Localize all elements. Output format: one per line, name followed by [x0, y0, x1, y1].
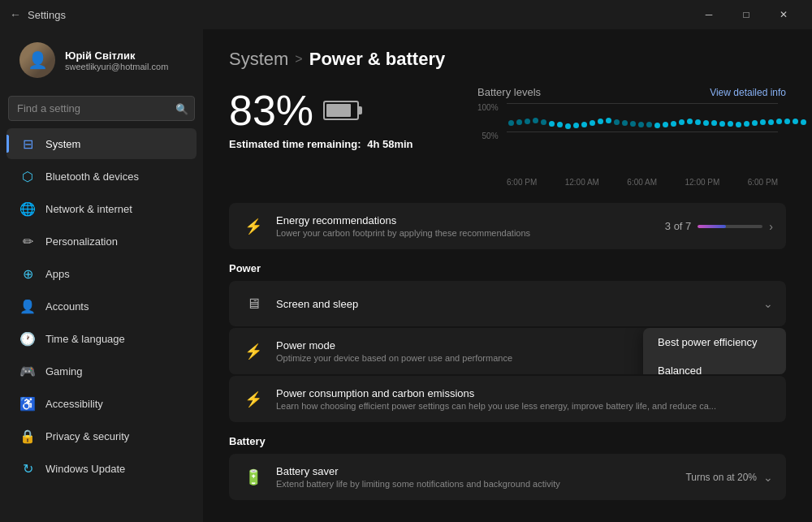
battery-saver-text: Battery saver Extend battery life by lim… [276, 465, 674, 489]
chart-y-top: 100% [477, 103, 499, 112]
chart-dot [793, 119, 798, 124]
chart-dot [719, 121, 725, 127]
sidebar-item-label: Network & internet [45, 203, 132, 215]
chart-dot [671, 121, 676, 127]
chart-dot [516, 119, 522, 125]
chart-dot [565, 123, 571, 129]
battery-fill [326, 104, 351, 117]
chart-dot [598, 119, 603, 124]
chart-dot [744, 121, 749, 127]
chart-y-labels: 100% 50% [477, 103, 499, 160]
avatar: 👤 [19, 42, 55, 78]
sidebar: 👤 Юрій Світлик sweetlikyuri@hotmail.com … [0, 29, 203, 522]
view-detailed-link[interactable]: View detailed info [710, 87, 786, 98]
chart-y-mid: 50% [477, 132, 499, 140]
battery-saver-card: 🔋 Battery saver Extend battery life by l… [229, 454, 786, 500]
chart-dot [784, 119, 790, 124]
chevron-right-icon: › [769, 220, 773, 233]
energy-recommendations-card: ⚡ Energy recommendations Lower your carb… [229, 203, 786, 249]
power-mode-card: ⚡ Power mode Optimize your device based … [229, 328, 786, 374]
back-icon[interactable]: ← [10, 8, 21, 21]
system-icon: ⊟ [19, 136, 36, 152]
sidebar-item-bluetooth[interactable]: ⬡ Bluetooth & devices [6, 161, 197, 192]
chart-x-label: 12:00 PM [685, 178, 719, 187]
chart-x-label: 6:00 PM [748, 178, 778, 187]
bluetooth-icon: ⬡ [19, 168, 36, 184]
power-mode-icon: ⚡ [242, 340, 265, 363]
window-controls: ─ □ ✕ [690, 0, 802, 29]
power-section-label: Power [229, 262, 786, 274]
minimize-button[interactable]: ─ [690, 0, 728, 29]
battery-percentage-display: 83% [229, 86, 413, 135]
sidebar-item-label: Time & language [45, 333, 125, 345]
consumption-icon: ⚡ [242, 388, 265, 411]
sidebar-item-privacy[interactable]: 🔒 Privacy & security [6, 421, 197, 451]
chart-dot [508, 120, 514, 126]
chart-dot [768, 119, 774, 125]
power-mode-dropdown[interactable]: Best power efficiency Balanced Best perf… [643, 328, 786, 374]
sidebar-item-label: System [45, 138, 80, 150]
sidebar-item-label: Privacy & security [45, 430, 129, 442]
sidebar-item-gaming[interactable]: 🎮 Gaming [6, 356, 197, 386]
chart-x-label: 6:00 PM [507, 178, 537, 187]
power-mode-row[interactable]: ⚡ Power mode Optimize your device based … [229, 328, 786, 374]
chart-dot [711, 120, 717, 126]
sidebar-item-update[interactable]: ↻ Windows Update [6, 453, 197, 484]
energy-bar-fill [698, 225, 725, 228]
sidebar-item-label: Gaming [45, 365, 83, 377]
breadcrumb-separator: > [295, 52, 302, 67]
chart-x-label: 12:00 AM [565, 178, 599, 187]
accounts-icon: 👤 [19, 298, 36, 314]
screen-sleep-row[interactable]: 🖥 Screen and sleep ⌄ [229, 281, 786, 326]
chart-dot [638, 122, 644, 127]
chart-dot [760, 119, 766, 125]
sidebar-item-personalization[interactable]: ✏ Personalization [6, 226, 197, 257]
battery-saver-row[interactable]: 🔋 Battery saver Extend battery life by l… [229, 454, 786, 500]
chart-dot [801, 119, 806, 125]
power-cards-container: 🖥 Screen and sleep ⌄ ⚡ Power mode Optimi… [229, 281, 786, 422]
energy-right: 3 of 7 › [665, 220, 773, 233]
sidebar-item-accessibility[interactable]: ♿ Accessibility [6, 388, 197, 419]
sidebar-item-time[interactable]: 🕐 Time & language [6, 323, 197, 354]
sidebar-item-network[interactable]: 🌐 Network & internet [6, 193, 197, 224]
screen-sleep-card: 🖥 Screen and sleep ⌄ [229, 281, 786, 326]
sidebar-item-label: Accessibility [45, 398, 103, 410]
chart-dot [695, 119, 701, 125]
battery-levels-label: Battery levels [477, 86, 541, 98]
chart-dot [549, 121, 555, 127]
sidebar-item-apps[interactable]: ⊕ Apps [6, 258, 197, 289]
estimated-label: Estimated time remaining: [229, 138, 361, 150]
chart-dot [525, 119, 530, 124]
network-icon: 🌐 [19, 201, 36, 217]
battery-saver-right: Turns on at 20% ⌄ [685, 471, 773, 484]
battery-saver-chevron[interactable]: ⌄ [763, 471, 773, 484]
energy-icon: ⚡ [242, 215, 265, 238]
battery-icon [323, 101, 359, 120]
chevron-down-icon[interactable]: ⌄ [763, 297, 773, 310]
breadcrumb-current: Power & battery [309, 49, 446, 70]
search-icon: 🔍 [175, 102, 188, 114]
battery-saver-status: Turns on at 20% [685, 472, 757, 483]
battery-status: 83% Estimated time remaining: 4h 58min [229, 86, 413, 150]
chart-dot [728, 121, 733, 127]
chart-dot [606, 118, 611, 123]
close-button[interactable]: ✕ [765, 0, 802, 29]
chart-dot [736, 122, 741, 127]
dropdown-item-efficiency[interactable]: Best power efficiency [643, 328, 786, 356]
sidebar-item-system[interactable]: ⊟ System [6, 128, 197, 159]
privacy-icon: 🔒 [19, 428, 36, 444]
main-content: System > Power & battery 83% Estimated t… [203, 29, 812, 522]
app-title: Settings [28, 9, 66, 21]
energy-recommendations-row[interactable]: ⚡ Energy recommendations Lower your carb… [229, 203, 786, 249]
search-input[interactable] [8, 96, 195, 121]
dropdown-item-balanced[interactable]: Balanced [643, 356, 786, 374]
maximize-button[interactable]: □ [728, 0, 765, 29]
search-box[interactable]: 🔍 [8, 96, 195, 121]
breadcrumb-parent[interactable]: System [229, 49, 288, 70]
sidebar-item-label: Windows Update [45, 463, 125, 475]
user-profile[interactable]: 👤 Юрій Світлик sweetlikyuri@hotmail.com [6, 32, 197, 88]
battery-saver-subtitle: Extend battery life by limiting some not… [276, 479, 674, 489]
power-consumption-row[interactable]: ⚡ Power consumption and carbon emissions… [229, 376, 786, 422]
sidebar-item-accounts[interactable]: 👤 Accounts [6, 291, 197, 321]
battery-section-label: Battery [229, 435, 786, 447]
